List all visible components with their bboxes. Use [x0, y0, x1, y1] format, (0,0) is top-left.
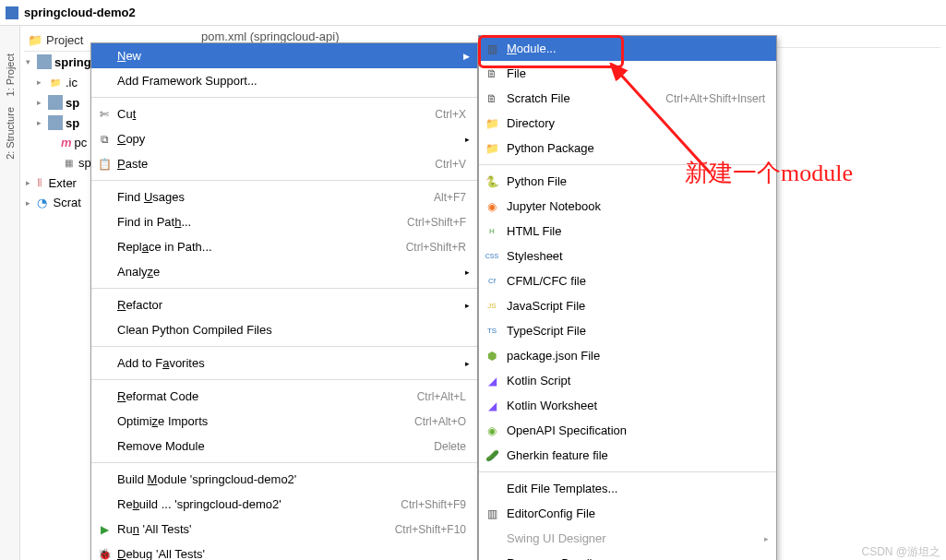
sub-js[interactable]: JSJavaScript File	[479, 293, 776, 318]
ctx-label: Replace in Path...	[117, 240, 212, 254]
sub-label: HTML File	[507, 224, 561, 238]
ctx-label: Optimize Imports	[117, 414, 208, 428]
sub-file[interactable]: 🗎File	[479, 61, 776, 86]
css-icon: CSS	[485, 253, 499, 259]
submenu-arrow-icon: ▶	[463, 52, 470, 61]
sub-cfml[interactable]: CfCFML/CFC file	[479, 268, 776, 293]
ctx-add-favorites[interactable]: Add to Favorites▸	[91, 351, 477, 375]
sub-label: Stylesheet	[507, 249, 563, 263]
clipboard-icon: 📋	[97, 158, 112, 171]
ctx-label: Copy	[117, 132, 145, 146]
ctx-run[interactable]: ▶Run 'All Tests'Ctrl+Shift+F10	[91, 517, 477, 542]
sub-label: TypeScript File	[507, 324, 586, 338]
ctx-label: Find Usages	[117, 190, 185, 204]
ctx-paste[interactable]: 📋PasteCtrl+V	[91, 151, 477, 176]
gherkin-icon: 🥒	[485, 449, 499, 462]
ctx-cut[interactable]: ✄CutCtrl+X	[91, 101, 477, 126]
scissors-icon: ✄	[97, 108, 112, 121]
ctx-replace-in-path[interactable]: Replace in Path...Ctrl+Shift+R	[91, 234, 477, 259]
sub-ts[interactable]: TSTypeScript File	[479, 318, 776, 343]
sub-jupyter[interactable]: ◉Jupyter Notebook	[479, 194, 776, 219]
project-tab-label: Project	[46, 33, 83, 47]
sub-scratch[interactable]: 🗎Scratch FileCtrl+Alt+Shift+Insert	[479, 86, 776, 111]
node-icon: ⬢	[485, 350, 499, 363]
ctx-debug[interactable]: 🐞Debug 'All Tests'	[91, 542, 477, 560]
ctx-analyze[interactable]: Analyze▸	[91, 259, 477, 284]
ctx-label: Cut	[117, 107, 136, 121]
sub-editorconfig[interactable]: ▥EditorConfig File	[479, 501, 776, 526]
sub-swing[interactable]: Swing UI Designer▸	[479, 526, 776, 551]
sub-label: Kotlin Script	[507, 374, 570, 387]
sub-edit-tpl[interactable]: Edit File Templates...	[479, 476, 776, 501]
ctx-label: Rebuild ... 'springcloud-demo2'	[117, 497, 281, 511]
sub-openapi[interactable]: ◉OpenAPI Specification	[479, 418, 776, 443]
ctx-remove-module[interactable]: Remove ModuleDelete	[91, 434, 477, 459]
app-title: springcloud-demo2	[24, 6, 136, 19]
play-icon: ▶	[97, 523, 112, 536]
sub-stylesheet[interactable]: CSSStylesheet	[479, 244, 776, 268]
python-icon: 🐍	[485, 175, 499, 188]
ctx-add-framework[interactable]: Add Framework Support...	[91, 68, 477, 93]
sub-label: Edit File Templates...	[507, 482, 617, 495]
ctx-label: Analyze	[117, 265, 160, 279]
html-icon: H	[485, 227, 499, 235]
ctx-label: New	[117, 49, 141, 63]
sub-label: CFML/CFC file	[507, 274, 586, 288]
sub-kt-script[interactable]: ◢Kotlin Script	[479, 368, 776, 393]
sub-label: Swing UI Designer	[507, 531, 606, 545]
ctx-label: Refactor	[117, 298, 162, 312]
sub-label: Scratch File	[507, 91, 570, 105]
bundle-icon: ▥	[485, 557, 499, 561]
ctx-build-module[interactable]: Build Module 'springcloud-demo2'	[91, 467, 477, 492]
openapi-icon: ◉	[485, 424, 499, 437]
ctx-label: Remove Module	[117, 439, 205, 453]
side-tab-structure[interactable]: 2: Structure	[5, 107, 16, 160]
sub-label: JavaScript File	[507, 299, 585, 313]
sub-label: File	[507, 66, 526, 80]
new-submenu: ▥Module... 🗎File 🗎Scratch FileCtrl+Alt+S…	[478, 35, 777, 560]
ctx-label: Clean Python Compiled Files	[117, 323, 272, 337]
sub-directory[interactable]: 📁Directory	[479, 111, 776, 136]
ctx-new[interactable]: New▶	[91, 43, 477, 68]
ctx-label: Add Framework Support...	[117, 74, 257, 88]
app-header: springcloud-demo2	[0, 0, 946, 26]
app-icon	[6, 6, 18, 19]
side-tab-project[interactable]: 1: Project	[5, 54, 16, 96]
sub-gherkin[interactable]: 🥒Gherkin feature file	[479, 443, 776, 468]
sub-label: Python File	[507, 174, 567, 188]
kotlin-icon: ◢	[485, 399, 499, 412]
sub-label: Resource Bundle	[507, 556, 599, 560]
file-icon: 🗎	[485, 67, 499, 80]
ctx-rebuild[interactable]: Rebuild ... 'springcloud-demo2'Ctrl+Shif…	[91, 492, 477, 517]
sub-label: Module...	[507, 42, 557, 55]
sub-pkg-json[interactable]: ⬢package.json File	[479, 343, 776, 368]
ctx-find-usages[interactable]: Find UsagesAlt+F7	[91, 185, 477, 209]
module-icon: ▥	[485, 42, 499, 55]
annotation-text: 新建一个module	[685, 157, 853, 189]
sub-label: Python Package	[507, 141, 594, 155]
sub-kt-ws[interactable]: ◢Kotlin Worksheet	[479, 393, 776, 418]
cfml-icon: Cf	[485, 277, 499, 285]
ctx-optimize-imports[interactable]: Optimize ImportsCtrl+Alt+O	[91, 409, 477, 434]
sub-html[interactable]: HHTML File	[479, 219, 776, 244]
sub-res-bundle[interactable]: ▥Resource Bundle	[479, 551, 776, 560]
sub-label: package.json File	[507, 349, 600, 363]
folder-icon: 📁	[28, 33, 42, 47]
ctx-label: Paste	[117, 157, 148, 171]
ctx-refactor[interactable]: Refactor▸	[91, 292, 477, 317]
jupyter-icon: ◉	[485, 200, 499, 213]
folder-icon: 📁	[485, 117, 499, 130]
sub-module[interactable]: ▥Module...	[479, 36, 776, 61]
ctx-reformat[interactable]: Reformat CodeCtrl+Alt+L	[91, 384, 477, 409]
sub-label: Directory	[507, 116, 555, 130]
scratch-icon: 🗎	[485, 92, 499, 105]
ctx-label: Build Module 'springcloud-demo2'	[117, 472, 296, 486]
js-icon: JS	[485, 302, 499, 310]
ctx-clean-py[interactable]: Clean Python Compiled Files	[91, 317, 477, 342]
ctx-copy[interactable]: ⧉Copy▸	[91, 126, 477, 151]
ts-icon: TS	[485, 327, 499, 335]
watermark: CSDN @游坦之	[861, 544, 940, 560]
side-tabs: 1: Project 2: Structure	[0, 26, 20, 560]
ctx-find-in-path[interactable]: Find in Path...Ctrl+Shift+F	[91, 209, 477, 234]
kotlin-icon: ◢	[485, 375, 499, 387]
